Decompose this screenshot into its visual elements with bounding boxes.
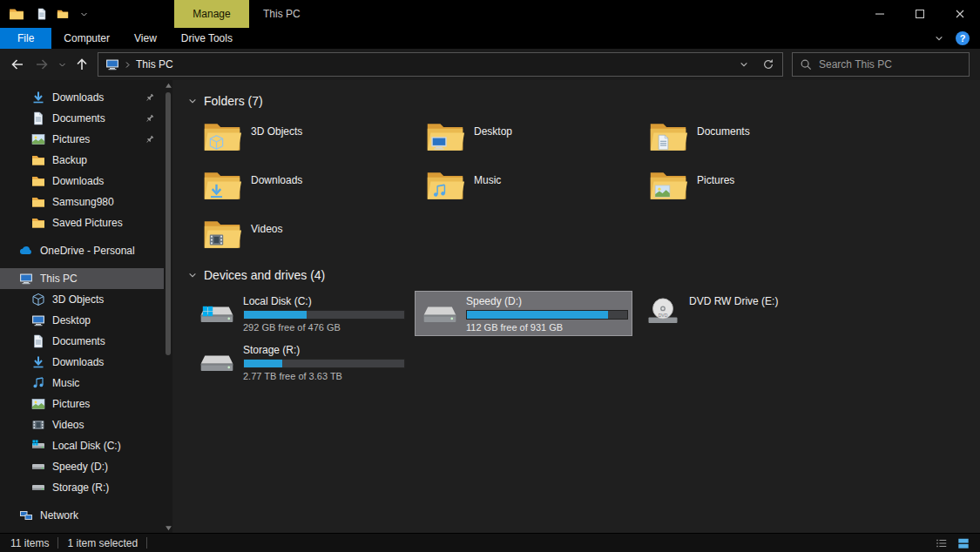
sidebar-item-local-disk-c[interactable]: Local Disk (C:)	[0, 435, 164, 456]
sidebar-item-storage-r[interactable]: Storage (R:)	[0, 477, 164, 498]
refresh-button[interactable]	[756, 53, 781, 76]
status-bar: 11 items 1 item selected	[0, 533, 980, 552]
folder-tile-pictures[interactable]: Pictures	[645, 165, 862, 211]
sidebar-item-label: Local Disk (C:)	[52, 440, 121, 452]
sidebar-item-pictures[interactable]: Pictures	[0, 394, 164, 414]
folders-group-header[interactable]: Folders (7)	[188, 94, 980, 108]
address-dropdown-button[interactable]	[732, 53, 756, 76]
scroll-down-button[interactable]	[164, 522, 172, 533]
drives-group-header[interactable]: Devices and drives (4)	[188, 268, 980, 282]
recent-locations-button[interactable]	[54, 52, 70, 77]
capacity-bar	[243, 310, 405, 320]
folder-tile-desktop[interactable]: Desktop	[422, 117, 639, 162]
sidebar-item-documents[interactable]: Documents	[0, 331, 164, 352]
navigation-pane: Downloads Documents Pictures Backup Down…	[0, 80, 164, 533]
sidebar-item-label: Documents	[52, 335, 105, 347]
tab-computer[interactable]: Computer	[51, 28, 122, 49]
folders-group-title: Folders (7)	[204, 94, 263, 108]
sidebar-scrollbar[interactable]	[164, 80, 172, 533]
sidebar-item-saved-pictures[interactable]: Saved Pictures	[0, 212, 164, 233]
search-input[interactable]	[819, 58, 962, 71]
thumbnails-view-icon	[957, 537, 970, 549]
3d-objects-folder-icon	[202, 119, 242, 154]
folder-tile-label: Documents	[697, 125, 750, 138]
expand-ribbon-chevron-icon[interactable]	[935, 34, 943, 43]
sidebar-item-pictures-quick[interactable]: Pictures	[0, 129, 164, 150]
folder-tile-label: Videos	[251, 223, 282, 235]
search-box[interactable]	[792, 52, 970, 77]
breadcrumb-this-pc[interactable]: This PC	[136, 58, 173, 71]
sidebar-item-music[interactable]: Music	[0, 373, 164, 394]
chevron-down-icon	[740, 60, 748, 69]
arrow-left-icon	[10, 57, 24, 71]
folder-tile-documents[interactable]: Documents	[645, 117, 862, 162]
address-bar[interactable]: This PC	[98, 52, 783, 77]
folder-tile-3d-objects[interactable]: 3D Objects	[199, 117, 416, 162]
back-button[interactable]	[5, 52, 30, 77]
sidebar-item-label: Downloads	[52, 356, 104, 368]
drive-tile-local-disk-c[interactable]: Local Disk (C:) 292 GB free of 476 GB	[192, 291, 409, 336]
system-drive-icon	[198, 295, 236, 330]
ribbon-tab-bar: File Computer View Drive Tools ?	[0, 28, 980, 49]
drive-tile-speedy-d[interactable]: Speedy (D:) 112 GB free of 931 GB	[415, 291, 632, 336]
collapse-chevron-icon	[188, 97, 197, 105]
explorer-app-icon[interactable]	[9, 6, 24, 22]
chevron-down-icon	[58, 61, 66, 69]
folder-icon	[31, 216, 45, 230]
folder-tile-downloads[interactable]: Downloads	[199, 165, 416, 211]
folder-tile-videos[interactable]: Videos	[199, 214, 416, 259]
folder-icon	[31, 195, 45, 209]
up-button[interactable]	[70, 52, 94, 77]
qat-properties-button[interactable]	[31, 2, 52, 26]
tab-drive-tools[interactable]: Drive Tools	[169, 28, 245, 49]
sidebar-item-videos[interactable]: Videos	[0, 414, 164, 435]
documents-folder-icon	[648, 119, 688, 154]
folder-tile-label: Pictures	[697, 174, 734, 186]
folder-tile-music[interactable]: Music	[422, 165, 639, 211]
this-pc-icon	[19, 272, 33, 286]
sidebar-item-backup[interactable]: Backup	[0, 150, 164, 171]
sidebar-group-gap	[0, 261, 164, 268]
qat-new-folder-button[interactable]	[52, 2, 73, 26]
sidebar-item-samsung980[interactable]: Samsung980	[0, 192, 164, 212]
help-button[interactable]: ?	[956, 31, 970, 45]
status-divider	[146, 537, 147, 549]
sidebar-item-label: Saved Pictures	[52, 217, 123, 229]
thumbnails-view-button[interactable]	[954, 535, 973, 551]
capacity-bar-fill	[467, 311, 608, 319]
manage-contextual-tab[interactable]: Manage	[174, 0, 249, 28]
sidebar-item-this-pc[interactable]: This PC	[0, 268, 164, 289]
sidebar-item-speedy-d[interactable]: Speedy (D:)	[0, 456, 164, 477]
selection-count: 1 item selected	[67, 537, 138, 549]
forward-button[interactable]	[30, 52, 54, 77]
details-view-button[interactable]	[932, 535, 951, 551]
sidebar-item-downloads-quick[interactable]: Downloads	[0, 87, 164, 108]
minimize-button[interactable]	[860, 0, 900, 28]
pictures-icon	[31, 397, 45, 411]
drive-name: Speedy (D:)	[466, 295, 628, 307]
drive-icon	[421, 295, 459, 330]
scroll-up-button[interactable]	[164, 80, 172, 91]
sidebar-item-downloads-folder[interactable]: Downloads	[0, 171, 164, 192]
folder-icon	[31, 153, 45, 167]
sidebar-item-label: Speedy (D:)	[52, 461, 108, 473]
tab-view[interactable]: View	[122, 28, 169, 49]
window-controls	[860, 0, 980, 28]
sidebar-item-documents-quick[interactable]: Documents	[0, 108, 164, 129]
music-folder-icon	[425, 168, 465, 203]
drive-tile-dvd-e[interactable]: DVD RW Drive (E:)	[638, 291, 855, 336]
sidebar-item-onedrive[interactable]: OneDrive - Personal	[0, 240, 164, 261]
sidebar-item-3d-objects[interactable]: 3D Objects	[0, 289, 164, 310]
drives-group-title: Devices and drives (4)	[204, 268, 325, 282]
sidebar-item-downloads[interactable]: Downloads	[0, 352, 164, 373]
tab-file[interactable]: File	[0, 28, 51, 49]
maximize-button[interactable]	[900, 0, 940, 28]
qat-customize-button[interactable]	[73, 2, 94, 26]
close-button[interactable]	[940, 0, 980, 28]
sidebar-item-network[interactable]: Network	[0, 505, 164, 526]
drive-tile-storage-r[interactable]: Storage (R:) 2.77 TB free of 3.63 TB	[192, 340, 409, 385]
sidebar-item-desktop[interactable]: Desktop	[0, 310, 164, 331]
window-title: This PC	[263, 8, 301, 20]
capacity-bar-fill	[244, 360, 282, 367]
scrollbar-thumb[interactable]	[166, 92, 171, 355]
